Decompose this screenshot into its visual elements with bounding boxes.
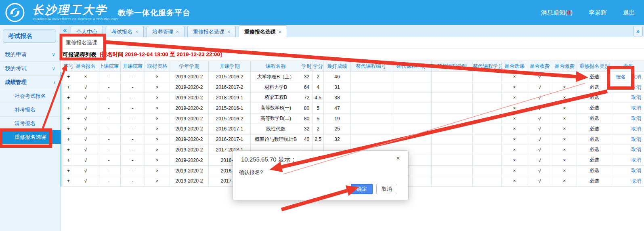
- cell-开课院审: -: [121, 134, 145, 145]
- tab-close-icon[interactable]: ×: [279, 27, 281, 37]
- cell-是否报名: √: [74, 113, 97, 124]
- sidebar-item-我的申请[interactable]: 我的申请∨: [0, 48, 61, 61]
- sidebar-item-清考报名[interactable]: 清考报名: [0, 116, 61, 130]
- cell-开课学期: 2015-2016-2: [209, 113, 251, 124]
- cell-序号: +: [63, 134, 74, 145]
- cell-是否选课: ×: [502, 124, 527, 134]
- cell-最好成绩: 25: [324, 124, 351, 134]
- sidebar-item-成绩管理[interactable]: 成绩管理‹: [0, 75, 61, 89]
- cell-替代课程学分: [473, 82, 502, 92]
- expand-row-icon[interactable]: +: [67, 84, 70, 90]
- sidebar-item-社会考试报名[interactable]: 社会考试报名: [0, 89, 61, 103]
- logout-button[interactable]: 退出: [623, 9, 635, 17]
- cell-学年学期: 2019-2020-2: [170, 72, 209, 82]
- dialog-ok-button[interactable]: 确定: [351, 184, 373, 194]
- cancel-link[interactable]: 取消: [631, 126, 641, 132]
- tab-close-icon[interactable]: ×: [176, 27, 179, 37]
- cell-上课院审: -: [97, 176, 121, 186]
- cell-学分: 2.5: [313, 134, 324, 145]
- cancel-link[interactable]: 取消: [631, 74, 641, 80]
- cell-学时: 80: [301, 103, 313, 113]
- cell-取得资格: ×: [145, 166, 170, 176]
- cell-学时: 64: [301, 82, 313, 92]
- expand-row-icon[interactable]: +: [67, 158, 70, 163]
- sidebar-item-重修报名选课[interactable]: 重修报名选课: [0, 130, 61, 144]
- column-header-取得资格: 取得资格: [145, 61, 170, 72]
- expand-row-icon[interactable]: +: [67, 74, 70, 80]
- expand-row-icon[interactable]: +: [67, 105, 70, 111]
- enroll-link[interactable]: 报名: [616, 74, 626, 80]
- cell-是否报名: √: [74, 166, 97, 176]
- cell-替代课程学分: [473, 176, 502, 186]
- cancel-link[interactable]: 取消: [631, 105, 641, 111]
- cell-是否报名: √: [74, 145, 97, 155]
- cancel-link[interactable]: 取消: [631, 94, 641, 100]
- cell-学时: 80: [301, 113, 313, 124]
- cancel-link[interactable]: 取消: [631, 116, 641, 121]
- cell-替代课程编号: [351, 113, 391, 124]
- chevron-icon: ∨: [52, 48, 55, 61]
- cell-替代课程学时: [432, 103, 473, 113]
- expand-row-icon[interactable]: +: [67, 126, 70, 132]
- breadcrumb: 重修报名选课: [66, 37, 97, 48]
- cell-取得资格: ×: [145, 134, 170, 145]
- cell-最好成绩: 19: [324, 113, 351, 124]
- cell-操作: 取消: [612, 155, 644, 166]
- sidebar-title: 考试报名: [3, 29, 56, 43]
- cell-学年学期: 2019-2020-2: [170, 176, 209, 186]
- tab-培养管理-2[interactable]: 培养管理×: [147, 26, 185, 37]
- cell-学年学期: 2019-2020-2: [170, 124, 209, 134]
- expand-row-icon[interactable]: +: [67, 116, 70, 122]
- cell-替代课程学分: [473, 92, 502, 103]
- tab-考试报名-1[interactable]: 考试报名×: [106, 26, 144, 37]
- cell-学分: 2: [313, 72, 324, 82]
- cell-是否报名: √: [74, 134, 97, 145]
- table-row: +√--×2019-2020-22016-2017-1概率论与数理统计B402.…: [63, 134, 644, 145]
- dialog-cancel-button[interactable]: 取消: [376, 184, 397, 194]
- notifications-link[interactable]: 消息通知(0): [541, 9, 573, 17]
- cell-序号: +: [63, 145, 74, 155]
- expand-row-icon[interactable]: +: [67, 95, 70, 101]
- cell-序号: +: [63, 166, 74, 176]
- column-header-学分: 学分: [313, 61, 324, 72]
- cell-课程名称: 材料力学B: [251, 82, 301, 92]
- expand-row-icon[interactable]: +: [67, 136, 70, 142]
- expand-row-icon[interactable]: +: [67, 178, 70, 184]
- sidebar-item-我的考试[interactable]: 我的考试∨: [0, 61, 61, 75]
- column-header-是否报名: 是否报名: [74, 61, 97, 72]
- expand-row-icon[interactable]: +: [67, 168, 70, 174]
- cell-上课院审: -: [97, 166, 121, 176]
- cancel-link[interactable]: 取消: [631, 147, 641, 152]
- cell-替代课程学时: [432, 155, 473, 166]
- tab-个人中心-0[interactable]: 个人中心: [71, 26, 103, 37]
- tabs-collapse-icon[interactable]: «: [63, 26, 67, 34]
- dialog-close-icon[interactable]: ×: [396, 154, 400, 162]
- cancel-link[interactable]: 取消: [631, 136, 641, 142]
- tabs-expand-icon[interactable]: »: [633, 26, 643, 36]
- cell-学年学期: 2019-2020-2: [170, 134, 209, 145]
- cell-序号: +: [63, 155, 74, 166]
- column-header-最好成绩: 最好成绩: [324, 61, 351, 72]
- tab-label: 个人中心: [76, 27, 97, 37]
- sidebar-item-补考报名[interactable]: 补考报名: [0, 103, 61, 116]
- cell-上课院审: -: [97, 134, 121, 145]
- expand-row-icon[interactable]: +: [67, 147, 70, 153]
- cell-是否缴费: ×: [552, 92, 577, 103]
- cell-开课学期: 2016-2017-1: [209, 124, 251, 134]
- cell-替代课程编号: [351, 103, 391, 113]
- current-username[interactable]: 李景辉: [589, 9, 607, 17]
- cancel-link[interactable]: 取消: [631, 157, 641, 163]
- tab-label: 重修报名选课: [244, 27, 276, 37]
- cell-替代课程学时: [432, 145, 473, 155]
- tab-close-icon[interactable]: ×: [135, 27, 138, 37]
- cancel-link[interactable]: 取消: [631, 168, 641, 173]
- tab-重修报名选课-4[interactable]: 重修报名选课×: [239, 25, 287, 38]
- cell-是否缴费: [552, 72, 577, 82]
- cancel-link[interactable]: 取消: [631, 178, 641, 184]
- cancel-link[interactable]: 取消: [631, 84, 641, 90]
- cell-是否收费: √: [527, 134, 552, 145]
- tab-重修报名选课-3[interactable]: 重修报名选课×: [187, 26, 236, 37]
- tab-close-icon[interactable]: ×: [227, 27, 230, 37]
- chevron-icon: ∨: [52, 62, 55, 76]
- cell-学年学期: 2019-2020-2: [170, 155, 209, 166]
